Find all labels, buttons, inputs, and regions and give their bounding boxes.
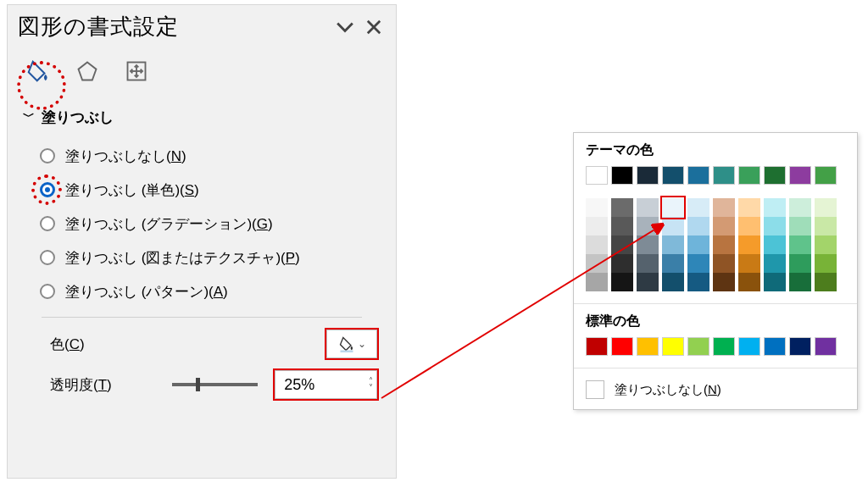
color-swatch[interactable]: [586, 254, 608, 273]
color-swatch[interactable]: [687, 273, 709, 291]
fill-and-line-tab[interactable]: [23, 56, 53, 86]
color-swatch[interactable]: [611, 217, 633, 235]
color-swatch[interactable]: [713, 166, 735, 185]
color-swatch[interactable]: [815, 198, 837, 217]
color-swatch[interactable]: [789, 217, 811, 235]
color-swatch[interactable]: [611, 198, 633, 217]
color-swatch[interactable]: [789, 166, 811, 185]
color-swatch[interactable]: [637, 254, 659, 273]
color-swatch[interactable]: [789, 198, 811, 217]
color-swatch[interactable]: [637, 235, 659, 254]
theme-colors-title: テーマの色: [586, 141, 845, 159]
radio-picture-fill[interactable]: 塗りつぶし (図またはテクスチャ)(P): [40, 241, 396, 274]
color-swatch[interactable]: [764, 217, 786, 235]
color-swatch[interactable]: [637, 198, 659, 217]
color-swatch[interactable]: [687, 337, 709, 356]
color-swatch[interactable]: [815, 337, 837, 356]
color-swatch[interactable]: [815, 254, 837, 273]
color-swatch[interactable]: [764, 235, 786, 254]
color-swatch[interactable]: [738, 273, 760, 291]
effects-tab[interactable]: [72, 56, 103, 86]
color-swatch[interactable]: [764, 254, 786, 273]
color-swatch[interactable]: [815, 273, 837, 291]
theme-color-shades: [586, 198, 845, 291]
color-swatch[interactable]: [637, 337, 659, 356]
color-swatch[interactable]: [586, 166, 608, 185]
color-swatch[interactable]: [687, 198, 709, 217]
radio-icon: [40, 182, 55, 197]
color-swatch[interactable]: [662, 337, 684, 356]
color-swatch[interactable]: [764, 273, 786, 291]
spinner-arrows-icon[interactable]: ˄˅: [369, 378, 373, 391]
color-swatch[interactable]: [738, 254, 760, 273]
color-swatch[interactable]: [637, 273, 659, 291]
color-swatch[interactable]: [713, 337, 735, 356]
color-swatch[interactable]: [637, 217, 659, 235]
color-swatch[interactable]: [738, 198, 760, 217]
transparency-input[interactable]: 25% ˄˅: [275, 370, 377, 399]
color-swatch[interactable]: [738, 235, 760, 254]
color-swatch[interactable]: [764, 166, 786, 185]
color-swatch[interactable]: [713, 198, 735, 217]
fill-section-header[interactable]: ﹀ 塗りつぶし: [8, 92, 396, 132]
color-swatch[interactable]: [687, 254, 709, 273]
radio-no-fill[interactable]: 塗りつぶしなし(N): [40, 139, 396, 173]
radio-icon: [40, 250, 55, 265]
color-swatch[interactable]: [815, 235, 837, 254]
radio-icon: [40, 148, 55, 163]
color-swatch[interactable]: [738, 217, 760, 235]
color-swatch[interactable]: [611, 235, 633, 254]
color-swatch[interactable]: [611, 166, 633, 185]
color-swatch[interactable]: [611, 273, 633, 291]
color-row: 色(C) ⌄: [8, 318, 396, 358]
radio-solid-fill[interactable]: 塗りつぶし (単色)(S): [40, 173, 396, 207]
color-swatch[interactable]: [611, 337, 633, 356]
slider-thumb[interactable]: [196, 378, 200, 391]
color-swatch[interactable]: [586, 217, 608, 235]
color-swatch[interactable]: [713, 254, 735, 273]
color-swatch[interactable]: [687, 166, 709, 185]
color-swatch[interactable]: [764, 198, 786, 217]
color-swatch[interactable]: [662, 217, 684, 235]
svg-rect-6: [340, 351, 353, 353]
collapse-pane-button[interactable]: [333, 15, 357, 39]
color-label: 色(C): [50, 335, 160, 354]
color-swatch[interactable]: [662, 254, 684, 273]
color-swatch[interactable]: [586, 273, 608, 291]
fill-color-button[interactable]: ⌄: [326, 330, 377, 358]
color-swatch[interactable]: [586, 198, 608, 217]
color-swatch[interactable]: [687, 217, 709, 235]
format-shape-pane: 図形の書式設定: [7, 4, 397, 479]
color-swatch[interactable]: [789, 254, 811, 273]
size-properties-tab[interactable]: [121, 56, 152, 86]
no-fill-option[interactable]: 塗りつぶしなし(N): [586, 377, 845, 402]
color-swatch[interactable]: [662, 166, 684, 185]
color-swatch[interactable]: [637, 166, 659, 185]
paint-bucket-icon: [338, 335, 355, 352]
divider: [574, 303, 857, 304]
color-swatch[interactable]: [789, 337, 811, 356]
color-swatch[interactable]: [662, 235, 684, 254]
chevron-down-icon: ﹀: [23, 109, 35, 125]
color-swatch[interactable]: [662, 198, 684, 217]
color-swatch[interactable]: [738, 337, 760, 356]
color-swatch[interactable]: [789, 235, 811, 254]
radio-pattern-fill[interactable]: 塗りつぶし (パターン)(A): [40, 274, 396, 308]
color-swatch[interactable]: [611, 254, 633, 273]
radio-gradient-fill[interactable]: 塗りつぶし (グラデーション)(G): [40, 207, 396, 241]
color-swatch[interactable]: [764, 337, 786, 356]
color-swatch[interactable]: [662, 273, 684, 291]
color-swatch[interactable]: [713, 217, 735, 235]
color-swatch[interactable]: [586, 337, 608, 356]
color-swatch[interactable]: [815, 217, 837, 235]
color-swatch[interactable]: [713, 235, 735, 254]
color-swatch[interactable]: [738, 166, 760, 185]
color-swatch[interactable]: [815, 166, 837, 185]
close-pane-button[interactable]: [362, 15, 386, 39]
transparency-slider[interactable]: [172, 383, 258, 386]
color-swatch[interactable]: [586, 235, 608, 254]
color-swatch[interactable]: [713, 273, 735, 291]
color-swatch[interactable]: [687, 235, 709, 254]
color-swatch[interactable]: [789, 273, 811, 291]
radio-label: 塗りつぶし (グラデーション)(G): [65, 214, 273, 234]
